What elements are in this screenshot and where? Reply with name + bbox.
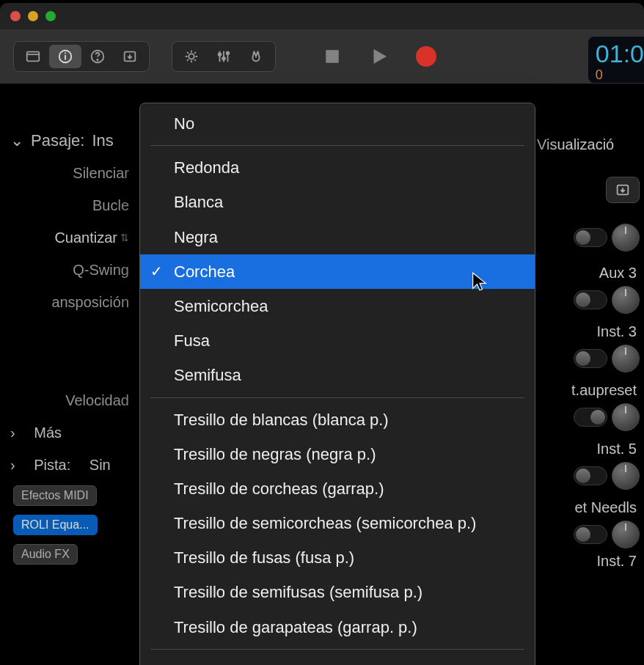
window-minimize-button[interactable] [28,11,38,21]
dropdown-item[interactable]: Tresillo de semicorcheas (semicorchea p.… [140,506,535,540]
strip-label: Inst. 7 [597,553,640,570]
smart-controls-button[interactable] [175,45,208,68]
dropdown-item[interactable]: Tresillo de semifusas (semifusa p.) [140,575,535,609]
check-icon: ✓ [150,260,163,283]
svg-rect-2 [65,55,66,59]
toggle[interactable] [574,525,607,544]
help-button[interactable] [81,45,114,68]
inspector-button[interactable] [49,45,81,68]
svg-rect-0 [27,52,40,62]
time-display[interactable]: 01:0 0 [588,37,644,83]
svg-rect-11 [326,50,339,63]
dropdown-item[interactable]: Tresillo de garapateas (garrap. p.) [140,610,535,644]
dropdown-item-label: Semifusa [174,366,241,384]
transposicion-label: ansposición [51,294,129,311]
dropdown-item[interactable]: Tresillo de fusas (fusa p.) [140,540,535,575]
dropdown-item-label: Fusa [174,331,210,350]
dropdown-item[interactable]: Semicorchea, swing A [140,654,535,665]
midi-fx-pill[interactable]: Efectos MIDI [13,485,97,506]
dropdown-item-label: Negra [174,228,218,246]
toggle[interactable] [574,228,607,247]
strip-label: Inst. 3 [597,323,640,340]
cursor-icon [469,271,490,295]
record-icon [416,46,436,67]
dropdown-item-label: Tresillo de blancas (blanca p.) [174,411,389,429]
visualize-tab[interactable]: Visualizació [534,125,644,164]
library-button[interactable] [17,45,49,68]
audio-fx-pill[interactable]: Audio FX [13,544,78,565]
channel-strip-area: Visualizació Aux 3 Inst. 3 t.aupreset In… [534,125,644,582]
dropdown-item-label: Semicorchea [174,297,268,315]
dropdown-item-label: Tresillo de corcheas (garrap.) [174,480,384,498]
silenciar-label: Silenciar [73,165,129,182]
inspector-panel: ⌄ Pasaje: Ins Silenciar Bucle Cuantizar⇅… [0,125,139,569]
download-button[interactable] [606,177,640,203]
mas-header[interactable]: › Más [0,416,139,449]
quantize-dropdown[interactable]: NoRedondaBlancaNegra✓CorcheaSemicorcheaF… [139,103,535,665]
strip-label: t.aupreset [571,382,640,399]
velocidad-label: Velocidad [65,392,129,409]
window-close-button[interactable] [10,11,21,21]
strip-label: Aux 3 [599,265,640,282]
svg-point-5 [97,59,98,60]
pan-knob[interactable] [612,286,640,314]
titlebar [0,3,644,29]
window-zoom-button[interactable] [45,11,56,21]
dropdown-item-label: Corchea [174,262,235,281]
dropdown-item[interactable]: Redonda [140,150,535,185]
pista-header[interactable]: › Pista: Sin [0,449,139,481]
dropdown-item[interactable]: No [140,106,535,141]
svg-point-7 [189,54,194,59]
pasaje-header[interactable]: ⌄ Pasaje: Ins [0,125,139,157]
dropdown-item[interactable]: Fusa [140,323,535,358]
dropdown-item[interactable]: Negra [140,220,535,254]
toolbar-button-a[interactable] [114,45,146,68]
dropdown-item-label: Tresillo de semicorcheas (semicorchea p.… [174,514,476,532]
dropdown-item[interactable]: Tresillo de corcheas (garrap.) [140,471,535,506]
pan-knob[interactable] [612,521,640,548]
svg-point-8 [219,53,222,56]
edit-toggle-group [172,41,276,72]
strip-label: et Needls [575,499,640,516]
dropdown-item[interactable]: Semifusa [140,358,535,392]
dropdown-item-label: No [174,114,194,133]
dropdown-item-label: Tresillo de garapateas (garrap. p.) [174,618,417,636]
pan-knob[interactable] [612,345,640,372]
strip-label: Inst. 5 [597,441,640,458]
chevron-down-icon: ⌄ [10,131,23,150]
toggle[interactable] [574,349,607,368]
pasaje-label: Pasaje: [31,131,84,150]
dropdown-item-label: Tresillo de negras (negra p.) [174,445,376,463]
mixer-button[interactable] [208,45,240,68]
inspector-toggle-group [13,41,150,72]
qswing-label: Q-Swing [73,262,129,279]
time-main: 01:0 [596,40,644,68]
toolbar [0,29,644,84]
toggle[interactable] [574,466,607,485]
dropdown-item-label: Blanca [174,193,223,211]
transport-controls [318,43,440,70]
time-sub: 0 [596,68,603,81]
svg-rect-3 [65,53,66,54]
dropdown-item[interactable]: Tresillo de blancas (blanca p.) [140,403,535,437]
dropdown-item-label: Tresillo de fusas (fusa p.) [174,548,354,567]
pan-knob[interactable] [612,462,640,490]
pan-knob[interactable] [612,403,640,431]
svg-point-10 [227,52,230,55]
roli-pill[interactable]: ROLI Equa... [13,515,98,535]
stop-button[interactable] [318,43,346,70]
cuantizar-label[interactable]: Cuantizar [54,229,117,246]
svg-point-9 [222,57,225,60]
bucle-label: Bucle [92,197,129,214]
editors-button[interactable] [240,45,272,68]
dropdown-item[interactable]: Tresillo de negras (negra p.) [140,437,535,471]
toggle[interactable] [574,290,607,309]
updown-icon: ⇅ [120,232,129,243]
dropdown-item[interactable]: Blanca [140,185,535,219]
pan-knob[interactable] [612,224,640,251]
toggle[interactable] [574,408,607,427]
dropdown-item-label: Tresillo de semifusas (semifusa p.) [174,583,422,601]
record-button[interactable] [412,43,440,70]
play-button[interactable] [365,43,393,70]
chevron-right-icon: › [10,425,15,441]
